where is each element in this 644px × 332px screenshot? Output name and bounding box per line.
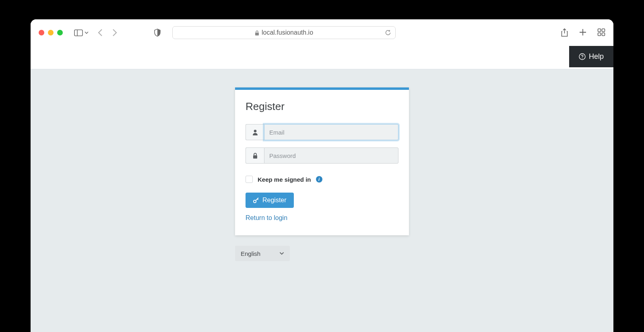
svg-point-14 <box>254 200 256 203</box>
sidebar-icon <box>74 29 83 36</box>
svg-rect-6 <box>598 29 601 32</box>
chevron-down-icon <box>279 252 284 255</box>
language-selected-label: English <box>241 250 260 257</box>
svg-point-12 <box>254 129 256 132</box>
password-input-group <box>246 147 398 164</box>
svg-rect-8 <box>598 33 601 36</box>
back-button[interactable] <box>97 29 103 37</box>
chevron-down-icon <box>85 31 89 34</box>
svg-rect-7 <box>602 29 605 32</box>
share-button[interactable] <box>561 28 568 37</box>
window-controls <box>39 30 63 35</box>
svg-rect-2 <box>255 33 259 35</box>
user-icon <box>246 124 264 140</box>
help-button[interactable]: Help <box>569 46 613 67</box>
browser-toolbar: local.fusionauth.io <box>31 19 613 46</box>
page-body: Register <box>31 69 613 332</box>
url-text: local.fusionauth.io <box>262 29 313 36</box>
lock-icon <box>246 147 264 164</box>
svg-line-16 <box>257 199 258 200</box>
refresh-button[interactable] <box>385 29 391 36</box>
info-icon[interactable]: i <box>316 176 322 183</box>
page-content: Help Register <box>31 46 613 332</box>
help-icon <box>579 53 586 60</box>
minimize-window-button[interactable] <box>48 30 54 35</box>
svg-rect-9 <box>602 33 605 36</box>
address-bar[interactable]: local.fusionauth.io <box>172 26 396 39</box>
privacy-shield-button[interactable] <box>154 29 161 37</box>
card-title: Register <box>246 100 398 113</box>
lock-icon <box>255 30 259 35</box>
keep-signed-in-label: Keep me signed in <box>258 176 311 183</box>
keep-signed-in-checkbox[interactable] <box>246 176 253 183</box>
sidebar-toggle-button[interactable] <box>74 29 89 36</box>
toolbar-right <box>561 28 605 37</box>
new-tab-button[interactable] <box>579 28 587 36</box>
close-window-button[interactable] <box>39 30 44 35</box>
keep-signed-in-row: Keep me signed in i <box>246 176 398 183</box>
browser-window: local.fusionauth.io <box>31 19 613 332</box>
language-select[interactable]: English <box>235 246 290 261</box>
register-button[interactable]: Register <box>246 193 294 208</box>
maximize-window-button[interactable] <box>57 30 63 35</box>
nav-arrows <box>97 29 118 37</box>
email-field[interactable] <box>264 124 398 140</box>
svg-rect-0 <box>74 30 83 36</box>
forward-button[interactable] <box>112 29 118 37</box>
register-card: Register <box>235 87 409 235</box>
tab-overview-button[interactable] <box>597 28 605 36</box>
svg-point-11 <box>582 58 583 59</box>
help-label: Help <box>589 52 604 61</box>
key-icon <box>253 197 259 203</box>
register-button-label: Register <box>262 197 287 204</box>
email-input-group <box>246 124 398 140</box>
password-field[interactable] <box>264 147 398 164</box>
shield-icon <box>154 29 161 37</box>
svg-rect-13 <box>253 155 257 158</box>
return-to-login-link[interactable]: Return to login <box>246 214 287 221</box>
